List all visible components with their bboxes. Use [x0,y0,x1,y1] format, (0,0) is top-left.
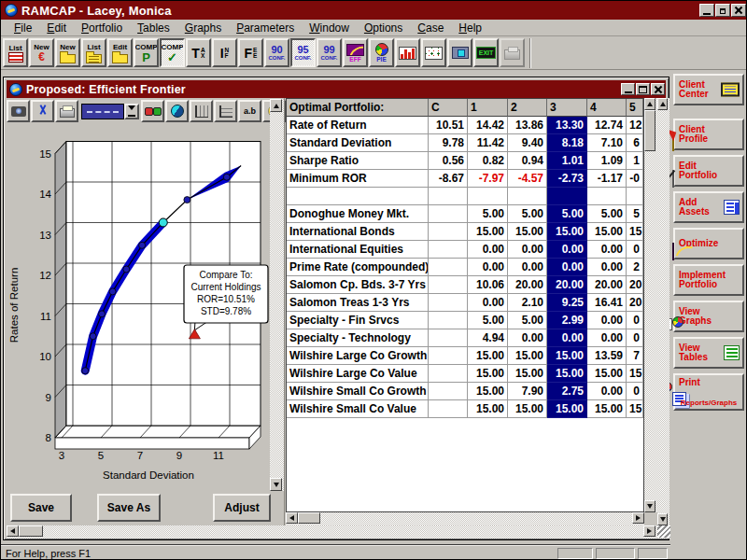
scrollbar-thumb[interactable] [644,110,655,151]
table-cell[interactable]: 12.74 [587,117,627,134]
row-label[interactable]: Specialty - Fin Srvcs [287,312,429,329]
close-button[interactable] [731,4,746,17]
table-cell[interactable]: 5.00 [508,205,547,223]
toolbar-confidence-95-button[interactable]: 95CONF. [290,38,316,67]
chart-printer-button[interactable] [55,100,78,122]
table-cell[interactable]: 15 [627,400,643,418]
scrollbar-thumb[interactable] [19,525,43,537]
table-cell[interactable]: 15.00 [547,347,587,365]
chart-vertical-scrollbar[interactable] [270,99,284,491]
table-cell[interactable]: 15.00 [468,365,508,383]
toolbar-printer-button[interactable] [500,38,525,67]
table-cell[interactable] [587,188,627,205]
column-header[interactable]: Optimal Portfolio: [287,99,429,117]
menu-options[interactable]: Options [357,21,410,35]
table-cell[interactable]: 0 [627,383,643,400]
toolbar-compute-portfolio-button[interactable]: COMPP [134,38,159,67]
table-cell[interactable]: 0 [627,329,643,347]
table-cell[interactable]: 9.40 [508,134,547,152]
table-cell[interactable]: 2.75 [547,383,587,400]
restore-button[interactable] [715,4,730,17]
dropdown-arrow-button[interactable] [124,104,139,119]
table-cell[interactable]: 15.00 [508,347,547,365]
menu-parameters[interactable]: Parameters [229,21,302,35]
sidebar-view-graphs-button[interactable]: View Graphs [673,301,744,332]
toolbar-slide-show-button[interactable] [447,38,472,67]
table-cell[interactable]: 7.90 [508,383,547,400]
scroll-left-button[interactable] [7,525,19,537]
table-cell[interactable]: 0.00 [587,259,627,276]
chart-axis-labels-button[interactable]: a.b [238,100,261,122]
menu-tables[interactable]: Tables [130,21,177,35]
sidebar-view-tables-button[interactable]: View Tables [673,337,744,369]
table-cell[interactable]: 15.00 [587,400,627,418]
scroll-left-button[interactable] [286,512,298,524]
child-close-button[interactable] [651,83,665,95]
table-cell[interactable]: 20.00 [547,276,587,294]
table-cell[interactable]: 0.00 [587,241,627,259]
toolbar-list-portfolios-button[interactable]: List [81,38,106,67]
table-cell[interactable]: 20.00 [508,276,547,294]
row-label[interactable]: Sharpe Ratio [287,152,429,170]
table-vertical-scrollbar[interactable] [644,98,657,512]
row-label[interactable]: Specialty - Technology [287,329,429,347]
table-cell[interactable] [429,259,468,276]
table-cell[interactable] [429,400,468,418]
minimize-button[interactable] [699,4,714,17]
table-cell[interactable]: -8.67 [429,170,468,188]
column-header[interactable]: 3 [547,99,587,117]
toolbar-fees-button[interactable]: FEE [238,38,263,67]
child-minimize-button[interactable] [621,83,635,95]
scroll-up-button[interactable] [657,98,668,110]
table-cell[interactable] [429,294,468,312]
table-cell[interactable]: 20.00 [587,276,627,294]
table-cell[interactable]: 2.10 [508,294,547,312]
row-label[interactable]: Salomon Cp. Bds. 3-7 Yrs [287,276,429,294]
table-cell[interactable]: 5.00 [508,312,547,329]
column-header[interactable]: 2 [508,99,547,117]
pane-vertical-scrollbar[interactable] [657,98,669,525]
chart-camera-button[interactable] [7,100,30,122]
toolbar-confidence-99-button[interactable]: 99CONF. [317,38,342,67]
table-cell[interactable]: 15.00 [508,365,547,383]
table-cell[interactable]: 10.06 [468,276,508,294]
column-header[interactable]: 4 [587,99,627,117]
table-cell[interactable]: 5.00 [587,205,627,223]
table-horizontal-scrollbar[interactable] [286,512,644,525]
table-cell[interactable] [429,365,468,383]
frontier-point[interactable] [184,197,190,203]
chart-rotate-sphere-button[interactable] [165,100,189,122]
row-label[interactable]: International Bonds [287,223,429,241]
table-cell[interactable] [429,188,468,205]
table-cell[interactable]: 5.00 [547,205,587,223]
table-cell[interactable]: 12 [627,117,643,134]
sidebar-edit-portfolio-button[interactable]: Edit Portfolio [673,155,744,187]
frontier-point[interactable] [90,333,96,340]
toolbar-new-portfolio-button[interactable]: New [55,38,80,67]
menu-graphs[interactable]: Graphs [177,21,229,35]
column-header[interactable]: C [429,99,468,117]
frontier-point[interactable] [109,288,116,295]
child-maximize-button[interactable] [636,83,650,95]
toolbar-efficient-frontier-button[interactable]: EFF [343,38,368,67]
table-cell[interactable]: 14.42 [468,117,508,134]
table-cell[interactable]: -4.57 [508,170,547,188]
row-label[interactable]: Wilshire Small Co Growth [287,383,429,400]
table-cell[interactable]: 15.00 [468,347,508,365]
toolbar-bar-chart-button[interactable] [395,38,420,67]
table-cell[interactable]: 15.00 [547,365,587,383]
table-cell[interactable]: 0.00 [468,294,508,312]
frontier-point[interactable] [99,311,106,317]
table-cell[interactable]: -7.97 [468,170,508,188]
menu-help[interactable]: Help [451,21,489,35]
chart-horizontal-grid-button[interactable] [214,100,237,122]
table-cell[interactable]: 1 [627,152,643,170]
table-cell[interactable]: 0.00 [547,241,587,259]
table-cell[interactable]: 1.01 [547,152,587,170]
menu-window[interactable]: Window [302,21,357,35]
column-header[interactable]: 1 [468,99,508,117]
menu-portfolio[interactable]: Portfolio [74,21,130,35]
table-cell[interactable]: 15.00 [587,365,627,383]
chart-glasses-3d-button[interactable] [141,100,164,122]
table-cell[interactable] [468,188,508,205]
